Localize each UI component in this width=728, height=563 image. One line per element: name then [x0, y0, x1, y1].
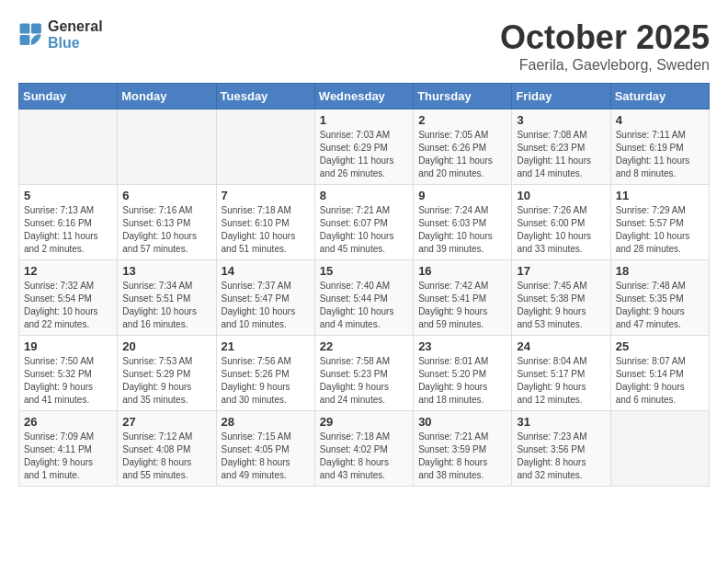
week-row-4: 19Sunrise: 7:50 AM Sunset: 5:32 PM Dayli… [19, 336, 710, 411]
calendar-cell: 20Sunrise: 7:53 AM Sunset: 5:29 PM Dayli… [118, 336, 216, 411]
calendar-cell: 6Sunrise: 7:16 AM Sunset: 6:13 PM Daylig… [118, 185, 216, 260]
day-number: 6 [122, 189, 210, 202]
day-info: Sunrise: 7:03 AM Sunset: 6:29 PM Dayligh… [320, 129, 408, 180]
day-number: 19 [24, 339, 112, 353]
day-number: 30 [418, 415, 506, 429]
day-number: 12 [24, 264, 112, 278]
day-info: Sunrise: 7:18 AM Sunset: 6:10 PM Dayligh… [222, 204, 310, 256]
calendar-cell: 24Sunrise: 8:04 AM Sunset: 5:17 PM Dayli… [512, 336, 610, 411]
day-number: 9 [418, 189, 506, 202]
day-number: 16 [418, 264, 506, 278]
calendar-cell: 2Sunrise: 7:05 AM Sunset: 6:26 PM Daylig… [414, 109, 512, 185]
day-number: 15 [320, 264, 408, 278]
week-row-5: 26Sunrise: 7:09 AM Sunset: 4:11 PM Dayli… [19, 411, 710, 487]
day-number: 21 [222, 339, 310, 353]
day-info: Sunrise: 7:37 AM Sunset: 5:47 PM Dayligh… [222, 280, 310, 331]
calendar-cell: 29Sunrise: 7:18 AM Sunset: 4:02 PM Dayli… [314, 411, 413, 487]
day-number: 17 [517, 264, 605, 278]
svg-rect-0 [20, 23, 30, 33]
weekday-header-friday: Friday [512, 84, 610, 109]
calendar-cell: 18Sunrise: 7:48 AM Sunset: 5:35 PM Dayli… [610, 260, 709, 336]
title-area: October 2025 Faerila, Gaevleborg, Sweden [500, 18, 710, 74]
weekday-header-monday: Monday [118, 84, 216, 109]
day-number: 5 [24, 189, 112, 202]
calendar-cell: 26Sunrise: 7:09 AM Sunset: 4:11 PM Dayli… [19, 411, 118, 487]
calendar-cell: 14Sunrise: 7:37 AM Sunset: 5:47 PM Dayli… [216, 260, 314, 336]
calendar-cell: 15Sunrise: 7:40 AM Sunset: 5:44 PM Dayli… [314, 260, 413, 336]
weekday-header-saturday: Saturday [610, 84, 709, 109]
logo-text-line1: General [48, 18, 103, 35]
week-row-1: 1Sunrise: 7:03 AM Sunset: 6:29 PM Daylig… [19, 109, 710, 185]
calendar-cell: 4Sunrise: 7:11 AM Sunset: 6:19 PM Daylig… [610, 109, 709, 185]
day-number: 10 [517, 189, 605, 202]
logo-icon [18, 22, 44, 48]
day-number: 7 [222, 189, 310, 202]
day-info: Sunrise: 7:40 AM Sunset: 5:44 PM Dayligh… [320, 280, 408, 331]
day-number: 27 [122, 415, 210, 429]
location-title: Faerila, Gaevleborg, Sweden [500, 57, 710, 74]
calendar-cell: 1Sunrise: 7:03 AM Sunset: 6:29 PM Daylig… [314, 109, 413, 185]
day-number: 20 [122, 339, 210, 353]
weekday-header-wednesday: Wednesday [314, 84, 413, 109]
day-info: Sunrise: 7:21 AM Sunset: 6:07 PM Dayligh… [320, 204, 408, 256]
calendar-cell: 3Sunrise: 7:08 AM Sunset: 6:23 PM Daylig… [512, 109, 610, 185]
day-info: Sunrise: 7:24 AM Sunset: 6:03 PM Dayligh… [418, 204, 506, 256]
calendar-cell: 30Sunrise: 7:21 AM Sunset: 3:59 PM Dayli… [414, 411, 512, 487]
calendar-body: 1Sunrise: 7:03 AM Sunset: 6:29 PM Daylig… [19, 109, 710, 487]
svg-rect-2 [20, 35, 30, 45]
day-number: 29 [320, 415, 408, 429]
day-info: Sunrise: 7:18 AM Sunset: 4:02 PM Dayligh… [320, 431, 408, 482]
day-number: 26 [24, 415, 112, 429]
day-info: Sunrise: 7:56 AM Sunset: 5:26 PM Dayligh… [222, 355, 310, 407]
calendar-cell [19, 109, 118, 185]
day-info: Sunrise: 7:13 AM Sunset: 6:16 PM Dayligh… [24, 204, 112, 256]
day-number: 3 [517, 113, 605, 127]
day-number: 24 [517, 339, 605, 353]
day-info: Sunrise: 7:05 AM Sunset: 6:26 PM Dayligh… [418, 129, 506, 180]
calendar-cell: 19Sunrise: 7:50 AM Sunset: 5:32 PM Dayli… [19, 336, 118, 411]
day-number: 1 [320, 113, 408, 127]
calendar-cell: 22Sunrise: 7:58 AM Sunset: 5:23 PM Dayli… [314, 336, 413, 411]
calendar-cell: 5Sunrise: 7:13 AM Sunset: 6:16 PM Daylig… [19, 185, 118, 260]
day-number: 11 [616, 189, 704, 202]
day-info: Sunrise: 7:11 AM Sunset: 6:19 PM Dayligh… [616, 129, 704, 180]
day-info: Sunrise: 7:21 AM Sunset: 3:59 PM Dayligh… [418, 431, 506, 482]
day-info: Sunrise: 7:32 AM Sunset: 5:54 PM Dayligh… [24, 280, 112, 331]
calendar-cell: 17Sunrise: 7:45 AM Sunset: 5:38 PM Dayli… [512, 260, 610, 336]
calendar-cell: 13Sunrise: 7:34 AM Sunset: 5:51 PM Dayli… [118, 260, 216, 336]
calendar-cell: 8Sunrise: 7:21 AM Sunset: 6:07 PM Daylig… [314, 185, 413, 260]
day-info: Sunrise: 7:12 AM Sunset: 4:08 PM Dayligh… [122, 431, 210, 482]
day-info: Sunrise: 7:42 AM Sunset: 5:41 PM Dayligh… [418, 280, 506, 331]
day-number: 13 [122, 264, 210, 278]
calendar-cell: 11Sunrise: 7:29 AM Sunset: 5:57 PM Dayli… [610, 185, 709, 260]
day-number: 4 [616, 113, 704, 127]
day-info: Sunrise: 7:23 AM Sunset: 3:56 PM Dayligh… [517, 431, 605, 482]
calendar-cell: 9Sunrise: 7:24 AM Sunset: 6:03 PM Daylig… [414, 185, 512, 260]
calendar-cell [610, 411, 709, 487]
day-number: 25 [616, 339, 704, 353]
calendar-cell: 10Sunrise: 7:26 AM Sunset: 6:00 PM Dayli… [512, 185, 610, 260]
calendar: SundayMondayTuesdayWednesdayThursdayFrid… [18, 83, 710, 487]
calendar-cell: 31Sunrise: 7:23 AM Sunset: 3:56 PM Dayli… [512, 411, 610, 487]
logo-text-line2: Blue [48, 35, 103, 52]
calendar-cell: 25Sunrise: 8:07 AM Sunset: 5:14 PM Dayli… [610, 336, 709, 411]
calendar-cell: 21Sunrise: 7:56 AM Sunset: 5:26 PM Dayli… [216, 336, 314, 411]
day-number: 31 [517, 415, 605, 429]
calendar-cell [216, 109, 314, 185]
month-title: October 2025 [500, 18, 710, 57]
day-info: Sunrise: 8:07 AM Sunset: 5:14 PM Dayligh… [616, 355, 704, 407]
day-info: Sunrise: 7:09 AM Sunset: 4:11 PM Dayligh… [24, 431, 112, 482]
day-info: Sunrise: 7:58 AM Sunset: 5:23 PM Dayligh… [320, 355, 408, 407]
calendar-cell: 23Sunrise: 8:01 AM Sunset: 5:20 PM Dayli… [414, 336, 512, 411]
calendar-cell: 28Sunrise: 7:15 AM Sunset: 4:05 PM Dayli… [216, 411, 314, 487]
calendar-cell: 16Sunrise: 7:42 AM Sunset: 5:41 PM Dayli… [414, 260, 512, 336]
day-number: 2 [418, 113, 506, 127]
day-info: Sunrise: 7:29 AM Sunset: 5:57 PM Dayligh… [616, 204, 704, 256]
day-number: 22 [320, 339, 408, 353]
calendar-cell: 12Sunrise: 7:32 AM Sunset: 5:54 PM Dayli… [19, 260, 118, 336]
day-info: Sunrise: 7:26 AM Sunset: 6:00 PM Dayligh… [517, 204, 605, 256]
week-row-2: 5Sunrise: 7:13 AM Sunset: 6:16 PM Daylig… [19, 185, 710, 260]
calendar-cell [118, 109, 216, 185]
day-info: Sunrise: 7:45 AM Sunset: 5:38 PM Dayligh… [517, 280, 605, 331]
day-number: 8 [320, 189, 408, 202]
